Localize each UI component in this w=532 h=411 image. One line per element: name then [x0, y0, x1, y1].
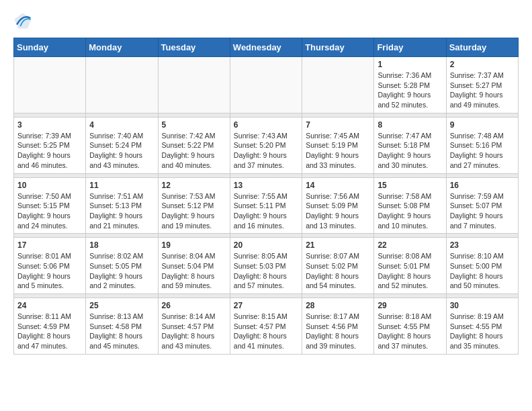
day-number: 29: [378, 301, 442, 310]
weekday-header-friday: Friday: [374, 38, 446, 57]
day-number: 25: [89, 301, 154, 310]
day-info: Sunrise: 8:17 AM Sunset: 4:56 PM Dayligh…: [306, 312, 370, 351]
day-info: Sunrise: 8:01 AM Sunset: 5:06 PM Dayligh…: [17, 251, 82, 291]
day-info: Sunrise: 7:55 AM Sunset: 5:11 PM Dayligh…: [234, 191, 298, 231]
day-number: 19: [162, 240, 226, 250]
calendar-cell: 4Sunrise: 7:40 AM Sunset: 5:24 PM Daylig…: [86, 117, 158, 173]
calendar-cell: 24Sunrise: 8:11 AM Sunset: 4:59 PM Dayli…: [14, 298, 86, 355]
header: [13, 11, 519, 30]
day-info: Sunrise: 7:59 AM Sunset: 5:07 PM Dayligh…: [450, 191, 515, 231]
calendar-cell: 11Sunrise: 7:51 AM Sunset: 5:13 PM Dayli…: [86, 177, 158, 234]
weekday-header-thursday: Thursday: [302, 38, 374, 57]
day-info: Sunrise: 7:42 AM Sunset: 5:22 PM Dayligh…: [162, 131, 226, 171]
day-info: Sunrise: 8:05 AM Sunset: 5:03 PM Dayligh…: [234, 251, 298, 291]
day-number: 10: [17, 181, 82, 190]
day-number: 21: [306, 240, 370, 250]
day-number: 2: [450, 60, 515, 69]
day-number: 8: [378, 120, 442, 130]
day-number: 23: [450, 240, 515, 250]
day-number: 17: [17, 240, 82, 250]
day-number: 26: [162, 301, 226, 310]
day-info: Sunrise: 8:18 AM Sunset: 4:55 PM Dayligh…: [378, 312, 442, 351]
day-number: 7: [306, 120, 370, 130]
day-info: Sunrise: 7:36 AM Sunset: 5:28 PM Dayligh…: [378, 71, 442, 110]
calendar-cell: 12Sunrise: 7:53 AM Sunset: 5:12 PM Dayli…: [158, 177, 230, 234]
day-number: 18: [89, 240, 154, 250]
calendar-cell: 20Sunrise: 8:05 AM Sunset: 5:03 PM Dayli…: [230, 238, 302, 294]
calendar-cell: 2Sunrise: 7:37 AM Sunset: 5:27 PM Daylig…: [446, 57, 518, 113]
calendar-table: SundayMondayTuesdayWednesdayThursdayFrid…: [13, 38, 519, 355]
calendar-cell: 16Sunrise: 7:59 AM Sunset: 5:07 PM Dayli…: [446, 177, 518, 234]
generalblue-logo-icon: [13, 11, 32, 30]
day-info: Sunrise: 8:04 AM Sunset: 5:04 PM Dayligh…: [162, 251, 226, 291]
calendar-cell: [302, 57, 374, 113]
day-number: 1: [378, 60, 442, 69]
day-info: Sunrise: 7:45 AM Sunset: 5:19 PM Dayligh…: [306, 131, 370, 171]
day-number: 30: [450, 301, 515, 310]
calendar-cell: [86, 57, 158, 113]
day-number: 4: [89, 120, 154, 130]
calendar-cell: 13Sunrise: 7:55 AM Sunset: 5:11 PM Dayli…: [230, 177, 302, 234]
day-number: 27: [234, 301, 298, 310]
calendar-cell: 18Sunrise: 8:02 AM Sunset: 5:05 PM Dayli…: [86, 238, 158, 294]
day-info: Sunrise: 7:51 AM Sunset: 5:13 PM Dayligh…: [89, 191, 154, 231]
weekday-header-sunday: Sunday: [14, 38, 86, 57]
calendar-cell: 1Sunrise: 7:36 AM Sunset: 5:28 PM Daylig…: [374, 57, 446, 113]
day-number: 22: [378, 240, 442, 250]
calendar-cell: 29Sunrise: 8:18 AM Sunset: 4:55 PM Dayli…: [374, 298, 446, 355]
calendar-cell: 21Sunrise: 8:07 AM Sunset: 5:02 PM Dayli…: [302, 238, 374, 294]
calendar-cell: 10Sunrise: 7:50 AM Sunset: 5:15 PM Dayli…: [14, 177, 86, 234]
day-number: 13: [234, 181, 298, 190]
day-info: Sunrise: 8:02 AM Sunset: 5:05 PM Dayligh…: [89, 251, 154, 291]
day-number: 20: [234, 240, 298, 250]
calendar-cell: 14Sunrise: 7:56 AM Sunset: 5:09 PM Dayli…: [302, 177, 374, 234]
calendar-cell: 5Sunrise: 7:42 AM Sunset: 5:22 PM Daylig…: [158, 117, 230, 173]
day-number: 16: [450, 181, 515, 190]
day-info: Sunrise: 8:13 AM Sunset: 4:58 PM Dayligh…: [89, 312, 154, 351]
day-info: Sunrise: 8:08 AM Sunset: 5:01 PM Dayligh…: [378, 251, 442, 291]
day-info: Sunrise: 7:53 AM Sunset: 5:12 PM Dayligh…: [162, 191, 226, 231]
day-info: Sunrise: 7:56 AM Sunset: 5:09 PM Dayligh…: [306, 191, 370, 231]
day-number: 6: [234, 120, 298, 130]
calendar-week-row: 1Sunrise: 7:36 AM Sunset: 5:28 PM Daylig…: [14, 57, 519, 113]
calendar-cell: 9Sunrise: 7:48 AM Sunset: 5:16 PM Daylig…: [446, 117, 518, 173]
calendar-cell: 15Sunrise: 7:58 AM Sunset: 5:08 PM Dayli…: [374, 177, 446, 234]
day-number: 15: [378, 181, 442, 190]
day-info: Sunrise: 8:15 AM Sunset: 4:57 PM Dayligh…: [234, 312, 298, 351]
day-info: Sunrise: 7:40 AM Sunset: 5:24 PM Dayligh…: [89, 131, 154, 171]
weekday-header-monday: Monday: [86, 38, 158, 57]
page: SundayMondayTuesdayWednesdayThursdayFrid…: [0, 0, 532, 365]
day-number: 12: [162, 181, 226, 190]
calendar-cell: 23Sunrise: 8:10 AM Sunset: 5:00 PM Dayli…: [446, 238, 518, 294]
calendar-cell: 30Sunrise: 8:19 AM Sunset: 4:55 PM Dayli…: [446, 298, 518, 355]
day-number: 5: [162, 120, 226, 130]
day-number: 9: [450, 120, 515, 130]
day-info: Sunrise: 8:19 AM Sunset: 4:55 PM Dayligh…: [450, 312, 515, 351]
day-info: Sunrise: 7:58 AM Sunset: 5:08 PM Dayligh…: [378, 191, 442, 231]
day-info: Sunrise: 7:37 AM Sunset: 5:27 PM Dayligh…: [450, 71, 515, 110]
day-number: 14: [306, 181, 370, 190]
calendar-cell: 26Sunrise: 8:14 AM Sunset: 4:57 PM Dayli…: [158, 298, 230, 355]
day-info: Sunrise: 7:48 AM Sunset: 5:16 PM Dayligh…: [450, 131, 515, 171]
weekday-header-tuesday: Tuesday: [158, 38, 230, 57]
calendar-week-row: 10Sunrise: 7:50 AM Sunset: 5:15 PM Dayli…: [14, 177, 519, 234]
calendar-cell: [14, 57, 86, 113]
day-number: 24: [17, 301, 82, 310]
day-info: Sunrise: 7:43 AM Sunset: 5:20 PM Dayligh…: [234, 131, 298, 171]
calendar-cell: 22Sunrise: 8:08 AM Sunset: 5:01 PM Dayli…: [374, 238, 446, 294]
calendar-cell: 25Sunrise: 8:13 AM Sunset: 4:58 PM Dayli…: [86, 298, 158, 355]
day-number: 3: [17, 120, 82, 130]
calendar-cell: [230, 57, 302, 113]
calendar-week-row: 3Sunrise: 7:39 AM Sunset: 5:25 PM Daylig…: [14, 117, 519, 173]
calendar-cell: 28Sunrise: 8:17 AM Sunset: 4:56 PM Dayli…: [302, 298, 374, 355]
day-info: Sunrise: 8:10 AM Sunset: 5:00 PM Dayligh…: [450, 251, 515, 291]
day-number: 28: [306, 301, 370, 310]
calendar-cell: 3Sunrise: 7:39 AM Sunset: 5:25 PM Daylig…: [14, 117, 86, 173]
day-info: Sunrise: 7:50 AM Sunset: 5:15 PM Dayligh…: [17, 191, 82, 231]
weekday-header-saturday: Saturday: [446, 38, 518, 57]
calendar-cell: 6Sunrise: 7:43 AM Sunset: 5:20 PM Daylig…: [230, 117, 302, 173]
calendar-cell: 7Sunrise: 7:45 AM Sunset: 5:19 PM Daylig…: [302, 117, 374, 173]
calendar-cell: 19Sunrise: 8:04 AM Sunset: 5:04 PM Dayli…: [158, 238, 230, 294]
day-info: Sunrise: 8:14 AM Sunset: 4:57 PM Dayligh…: [162, 312, 226, 351]
calendar-cell: [158, 57, 230, 113]
